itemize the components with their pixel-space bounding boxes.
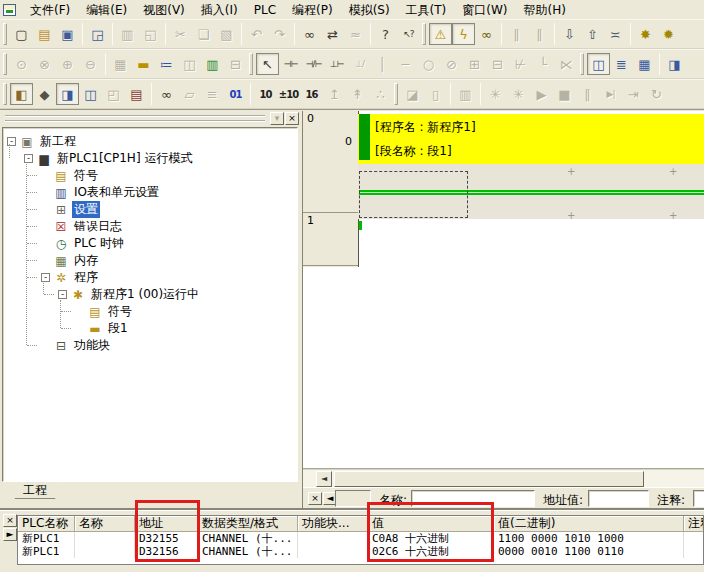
tree-item-section1[interactable]: ▬段1 bbox=[3, 320, 297, 337]
tree-item-program[interactable]: -✲程序 bbox=[3, 269, 297, 286]
menu-PLC[interactable]: PLC bbox=[246, 1, 284, 18]
scroll-left-button[interactable]: ◄ bbox=[316, 471, 332, 487]
plc-memory-window-button[interactable]: ◪ bbox=[401, 83, 424, 105]
ladder-hscrollbar[interactable]: ◄ bbox=[303, 469, 704, 487]
zoom-to-fit-button[interactable]: ⊙ bbox=[10, 53, 33, 75]
ladder-view[interactable]: 0 0 1 [程序名 : 新程序1] [段名称 : 段1] ++++ bbox=[303, 111, 704, 469]
watch-cell-value-binary[interactable]: 1100 0000 1010 1000 bbox=[494, 532, 684, 545]
sim-continuous-step-button[interactable]: ↻ bbox=[645, 83, 668, 105]
new-or-closed-contact-button[interactable]: ⊥/ bbox=[348, 53, 371, 75]
data-trace-button[interactable]: ≣ bbox=[610, 53, 633, 75]
tree-item-settings[interactable]: ⊞设置 bbox=[3, 201, 297, 218]
new-contact-button[interactable]: ⊣⊢ bbox=[279, 53, 302, 75]
zoom-out-button[interactable]: ⊖ bbox=[79, 53, 102, 75]
watch-cell-plc-name[interactable]: 新PLC1 bbox=[18, 532, 75, 545]
workspace-dropdown-button[interactable]: ▾ bbox=[270, 112, 284, 125]
transfer-from-plc-button[interactable]: ⇧ bbox=[581, 23, 604, 45]
toggle-watch-window-button[interactable]: ◨ bbox=[56, 83, 79, 105]
plc-settings-window-button[interactable]: ▥ bbox=[454, 83, 477, 105]
show-properties-button[interactable]: ▤ bbox=[125, 83, 148, 105]
toolbar-grip[interactable] bbox=[422, 23, 426, 45]
print-preview-button[interactable]: ◱ bbox=[139, 23, 162, 45]
toggle-output-window-button[interactable]: ◰ bbox=[102, 83, 125, 105]
toolbar-grip[interactable] bbox=[249, 53, 253, 75]
show-grid-button[interactable]: ▦ bbox=[109, 53, 132, 75]
menu-视图[interactable]: 视图(V) bbox=[135, 1, 193, 18]
address-input[interactable] bbox=[588, 490, 649, 507]
paste-button[interactable]: ▧ bbox=[215, 23, 238, 45]
ladder-window-icon[interactable] bbox=[3, 4, 16, 16]
column-header-plc-name[interactable]: PLC名称 bbox=[18, 516, 75, 532]
new-closed-contact-button[interactable]: ⊣/⊢ bbox=[302, 53, 325, 75]
menu-编程[interactable]: 编程(P) bbox=[284, 1, 341, 18]
pause-monitoring-button[interactable]: ‖ bbox=[505, 23, 528, 45]
time-chart-monitor-button[interactable]: ▦ bbox=[633, 53, 656, 75]
watch-close-button[interactable]: × bbox=[3, 514, 17, 527]
tree-item-new-plc1[interactable]: -▆新PLC1[CP1H] 运行模式 bbox=[3, 150, 297, 167]
new-or-contact-button[interactable]: ⊥⊢ bbox=[325, 53, 348, 75]
column-header-data-type[interactable]: 数据类型/格式 bbox=[198, 516, 298, 532]
watch-row[interactable]: 新PLC1D32155CHANNEL (十...C0A8 十六进制1100 00… bbox=[18, 532, 703, 545]
comment-input[interactable] bbox=[693, 490, 704, 507]
sim-stop-button[interactable]: ■ bbox=[553, 83, 576, 105]
plc-io-table-window-button[interactable]: ▯ bbox=[424, 83, 447, 105]
show-ladder-colors-button[interactable]: ▥ bbox=[201, 53, 224, 75]
zoom-custom-button[interactable]: ⊗ bbox=[33, 53, 56, 75]
cut-button[interactable]: ✂ bbox=[169, 23, 192, 45]
watch-cell-name[interactable] bbox=[75, 532, 135, 545]
undo-button[interactable]: ↶ bbox=[245, 23, 268, 45]
expand-toggle[interactable]: - bbox=[24, 154, 33, 163]
toggle-address-reference-button[interactable]: ◫ bbox=[79, 83, 102, 105]
new-coil-button[interactable]: ○ bbox=[417, 53, 440, 75]
toolbar-grip[interactable] bbox=[3, 83, 7, 105]
toolbar-grip[interactable] bbox=[394, 83, 398, 105]
open-project-button[interactable]: ▤ bbox=[33, 23, 56, 45]
sim-step-in-button[interactable]: ⇥ bbox=[622, 83, 645, 105]
force-off-button[interactable]: ✳ bbox=[507, 83, 530, 105]
pause-button[interactable]: ‖ bbox=[528, 23, 551, 45]
toggle-project-window-button[interactable]: ◧ bbox=[10, 83, 33, 105]
tree-item-io-table-unit-setup[interactable]: ▥IO表和单元设置 bbox=[3, 184, 297, 201]
expand-toggle[interactable]: - bbox=[58, 290, 67, 299]
new-vertical-line-button[interactable]: │ bbox=[371, 53, 394, 75]
watch-row[interactable]: 新PLC1D32156CHANNEL (十...02C6 十六进制0000 00… bbox=[18, 545, 703, 558]
find-button[interactable]: ∞ bbox=[298, 23, 321, 45]
select-mode-button[interactable]: ↖ bbox=[256, 53, 279, 75]
io-comment-view-button[interactable]: ▱ bbox=[178, 83, 201, 105]
save-project-button[interactable]: ▣ bbox=[56, 23, 79, 45]
watch-cell-plc-name[interactable]: 新PLC1 bbox=[18, 545, 75, 558]
new-document-button[interactable]: ▢ bbox=[10, 23, 33, 45]
watch-cell-function-block[interactable] bbox=[298, 532, 368, 545]
differential-monitor-button[interactable]: ∴ bbox=[369, 83, 392, 105]
watch-cell-name[interactable] bbox=[75, 545, 135, 558]
print-button[interactable]: ▥ bbox=[116, 23, 139, 45]
tree-item-symbols[interactable]: ▤符号 bbox=[3, 167, 297, 184]
cross-reference-popup-button[interactable]: ◨ bbox=[663, 53, 686, 75]
page-preview-button[interactable]: ◲ bbox=[86, 23, 109, 45]
watch-cell-data-type[interactable]: CHANNEL (十... bbox=[198, 545, 298, 558]
search-project-button[interactable]: ≈ bbox=[344, 23, 367, 45]
show-monitor-pane-button[interactable]: ◫ bbox=[178, 53, 201, 75]
column-header-comment[interactable]: 注释 bbox=[684, 516, 704, 532]
rung1-margin[interactable]: 1 bbox=[303, 213, 358, 266]
menu-编辑[interactable]: 编辑(E) bbox=[78, 1, 135, 18]
monitor-in-binary-button[interactable]: 01 bbox=[224, 83, 247, 105]
simulator-online-button[interactable]: ∞ bbox=[475, 23, 498, 45]
replace-button[interactable]: ⇄ bbox=[321, 23, 344, 45]
online-edit-send-button[interactable]: ✹ bbox=[657, 23, 680, 45]
new-pid-block-button[interactable]: ⊬ bbox=[509, 53, 532, 75]
new-instruction-button[interactable]: ⊞ bbox=[463, 53, 486, 75]
column-header-function-block[interactable]: 功能块... bbox=[298, 516, 368, 532]
show-tree-view-button[interactable]: ⊟ bbox=[224, 53, 247, 75]
set-value-button[interactable]: ↥ bbox=[323, 83, 346, 105]
zoom-in-button[interactable]: ⊕ bbox=[56, 53, 79, 75]
tree-item-program-symbols[interactable]: ▤符号 bbox=[3, 303, 297, 320]
watch-cell-value-binary[interactable]: 0000 0010 1100 0110 bbox=[494, 545, 684, 558]
redo-button[interactable]: ↷ bbox=[268, 23, 291, 45]
menu-帮助[interactable]: 帮助(H) bbox=[516, 1, 574, 18]
rung0-margin[interactable]: 0 0 bbox=[303, 111, 358, 213]
ladder-cursor[interactable] bbox=[359, 171, 468, 218]
tree-item-error-log[interactable]: ☒错误日志 bbox=[3, 218, 297, 235]
scroll-thumb[interactable] bbox=[334, 471, 644, 487]
compare-with-plc-button[interactable]: ≍ bbox=[604, 23, 627, 45]
